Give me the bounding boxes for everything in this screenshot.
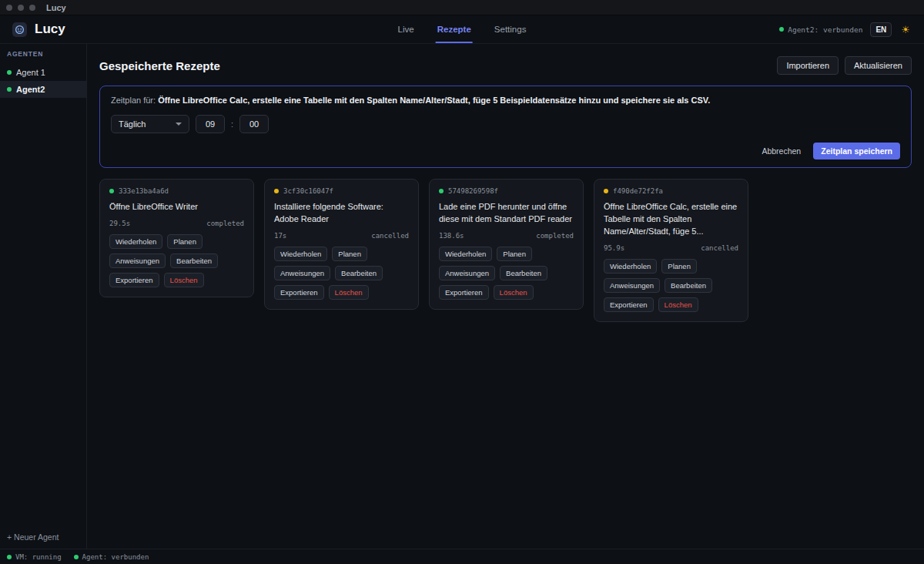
recipe-id: 57498269598f: [448, 187, 498, 195]
schedule-task-text: Öffne LibreOffice Calc, erstelle eine Ta…: [158, 96, 710, 105]
agent-status: Agent: verbunden: [74, 553, 149, 561]
sidebar-item-agent-2[interactable]: Agent2: [0, 81, 86, 98]
instructions-button[interactable]: Anweisungen: [604, 278, 660, 293]
recipe-actions: Wiederholen Planen Anweisungen Bearbeite…: [274, 247, 409, 300]
plan-button[interactable]: Planen: [167, 234, 203, 249]
recipe-card: 333e13ba4a6d Öffne LibreOffice Writer 29…: [99, 179, 254, 297]
instructions-button[interactable]: Anweisungen: [439, 266, 495, 280]
recipe-status-dot: [109, 189, 114, 193]
refresh-button[interactable]: Aktualisieren: [845, 56, 912, 75]
plan-button[interactable]: Planen: [661, 259, 697, 274]
delete-button[interactable]: Löschen: [494, 285, 534, 300]
export-button[interactable]: Exportieren: [274, 285, 324, 300]
export-button[interactable]: Exportieren: [604, 297, 654, 312]
recipe-duration: 95.9s: [604, 244, 624, 252]
delete-button[interactable]: Löschen: [164, 273, 204, 287]
cancel-button[interactable]: Abbrechen: [757, 143, 805, 159]
app-window: Lucy Lucy Live Rezepte Settings Agent2: …: [0, 0, 924, 564]
delete-button[interactable]: Löschen: [329, 285, 369, 300]
connection-status-dot: [779, 27, 784, 32]
time-separator: :: [231, 119, 233, 129]
window-title: Lucy: [46, 3, 66, 12]
edit-button[interactable]: Bearbeiten: [500, 266, 547, 280]
recipe-title: Lade eine PDF herunter und öffne diese m…: [439, 201, 574, 226]
main-header-row: Gespeicherte Rezepte Importieren Aktuali…: [99, 56, 912, 75]
recipe-card-list: 333e13ba4a6d Öffne LibreOffice Writer 29…: [99, 179, 912, 322]
recipe-actions: Wiederholen Planen Anweisungen Bearbeite…: [604, 259, 738, 312]
recipe-status-dot: [439, 189, 444, 193]
tab-settings[interactable]: Settings: [493, 15, 528, 43]
recipe-meta: 95.9s cancelled: [604, 244, 738, 252]
agent-connection-status: Agent2: verbunden: [779, 25, 862, 34]
recipe-status: completed: [536, 232, 574, 240]
repeat-button[interactable]: Wiederholen: [604, 259, 657, 274]
minute-input[interactable]: [239, 115, 269, 133]
agent-status-dot: [7, 70, 12, 75]
recipe-actions: Wiederholen Planen Anweisungen Bearbeite…: [439, 247, 574, 300]
instructions-button[interactable]: Anweisungen: [109, 253, 166, 268]
save-schedule-button[interactable]: Zeitplan speichern: [813, 143, 900, 159]
repeat-button[interactable]: Wiederholen: [439, 247, 492, 261]
window-maximize-button[interactable]: [29, 5, 35, 11]
edit-button[interactable]: Bearbeiten: [170, 253, 218, 268]
recipe-card-header: 333e13ba4a6d: [109, 187, 244, 195]
status-bar: VM: running Agent: verbunden: [0, 549, 924, 564]
window-titlebar: Lucy: [0, 0, 924, 15]
recipe-card-header: 3cf30c16047f: [274, 187, 409, 195]
recipe-card: 57498269598f Lade eine PDF herunter und …: [429, 179, 584, 310]
recipe-id: 3cf30c16047f: [283, 187, 333, 195]
new-agent-button[interactable]: + Neuer Agent: [0, 528, 86, 549]
repeat-button[interactable]: Wiederholen: [109, 234, 162, 249]
recipe-id: 333e13ba4a6d: [119, 187, 169, 195]
app-header: Lucy Live Rezepte Settings Agent2: verbu…: [0, 15, 924, 44]
agent-status-label: Agent: verbunden: [82, 553, 149, 561]
recipe-meta: 29.5s completed: [109, 220, 244, 227]
tab-live[interactable]: Live: [397, 15, 416, 43]
tab-rezepte[interactable]: Rezepte: [436, 15, 473, 43]
schedule-controls: Täglich :: [111, 115, 900, 133]
export-button[interactable]: Exportieren: [439, 285, 489, 300]
hour-input[interactable]: [196, 115, 225, 133]
app-logo-icon: [12, 22, 27, 37]
recipe-actions: Wiederholen Planen Anweisungen Bearbeite…: [109, 234, 244, 287]
sidebar: AGENTEN Agent 1 Agent2 + Neuer Agent: [0, 44, 87, 549]
sidebar-section-label: AGENTEN: [0, 50, 86, 58]
edit-button[interactable]: Bearbeiten: [335, 266, 383, 280]
frequency-selected-value: Täglich: [119, 119, 146, 129]
frequency-select[interactable]: Täglich: [111, 115, 189, 133]
recipe-id: f490de72f2fa: [613, 187, 663, 195]
schedule-footer: Abbrechen Zeitplan speichern: [111, 143, 900, 159]
chevron-down-icon: [176, 123, 182, 126]
vm-status-dot: [7, 555, 12, 559]
plan-button[interactable]: Planen: [497, 247, 532, 261]
agent-name: Agent2: [16, 85, 45, 94]
recipe-meta: 138.6s completed: [439, 232, 574, 240]
repeat-button[interactable]: Wiederholen: [274, 247, 327, 261]
sidebar-item-agent-1[interactable]: Agent 1: [0, 64, 86, 81]
language-toggle-button[interactable]: EN: [870, 22, 892, 37]
recipe-card-header: 57498269598f: [439, 187, 574, 195]
import-button[interactable]: Importieren: [777, 56, 839, 75]
schedule-panel: Zeitplan für: Öffne LibreOffice Calc, er…: [99, 86, 912, 168]
recipe-card: 3cf30c16047f Installiere folgende Softwa…: [264, 179, 419, 310]
header-right: Agent2: verbunden EN ☀: [779, 22, 912, 37]
window-close-button[interactable]: [6, 5, 12, 11]
recipe-title: Installiere folgende Software: Adobe Rea…: [274, 201, 409, 226]
window-minimize-button[interactable]: [18, 5, 24, 11]
recipe-status: cancelled: [701, 244, 738, 252]
recipe-duration: 138.6s: [439, 232, 464, 240]
window-controls: [6, 5, 35, 11]
agent-connection-label: Agent2: verbunden: [788, 25, 862, 34]
vm-status-label: VM: running: [15, 553, 62, 561]
sun-icon[interactable]: ☀: [899, 23, 912, 36]
edit-button[interactable]: Bearbeiten: [665, 278, 712, 293]
delete-button[interactable]: Löschen: [658, 297, 698, 312]
plan-button[interactable]: Planen: [332, 247, 367, 261]
recipe-status-dot: [274, 189, 279, 193]
instructions-button[interactable]: Anweisungen: [274, 266, 330, 280]
main-nav: Live Rezepte Settings: [397, 15, 528, 43]
main-content: Gespeicherte Rezepte Importieren Aktuali…: [87, 44, 924, 549]
sidebar-spacer: [0, 98, 86, 528]
export-button[interactable]: Exportieren: [109, 273, 159, 287]
recipe-title: Öffne LibreOffice Writer: [109, 201, 244, 213]
